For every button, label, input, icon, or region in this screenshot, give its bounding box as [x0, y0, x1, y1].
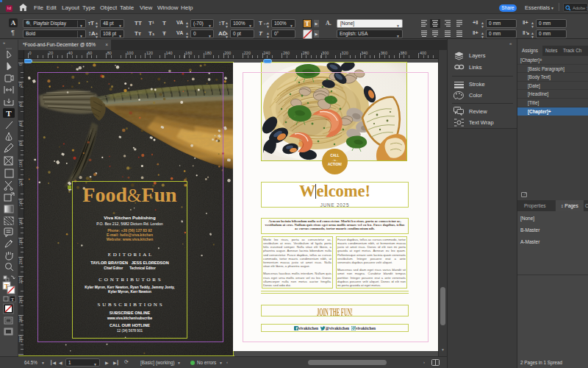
svg-text:T: T — [11, 297, 14, 302]
svg-text:T: T — [6, 109, 12, 118]
